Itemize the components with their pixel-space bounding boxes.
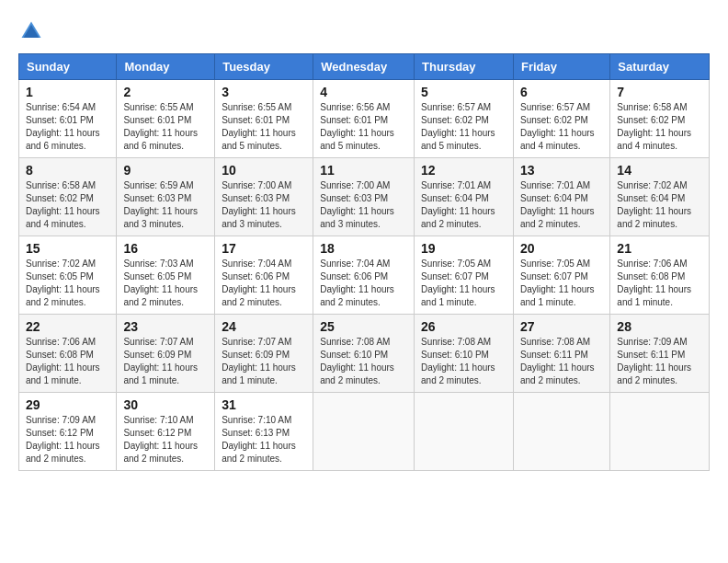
calendar-header: SundayMondayTuesdayWednesdayThursdayFrid… <box>19 54 710 80</box>
header-cell-wednesday: Wednesday <box>313 54 415 80</box>
day-cell: 5Sunrise: 6:57 AMSunset: 6:02 PMDaylight… <box>415 80 514 158</box>
day-info: Sunrise: 6:55 AMSunset: 6:01 PMDaylight:… <box>123 101 208 153</box>
day-cell: 18Sunrise: 7:04 AMSunset: 6:06 PMDayligh… <box>313 236 415 315</box>
day-info: Sunrise: 6:58 AMSunset: 6:02 PMDaylight:… <box>617 101 702 153</box>
day-cell: 4Sunrise: 6:56 AMSunset: 6:01 PMDaylight… <box>313 80 415 158</box>
week-row-4: 22Sunrise: 7:06 AMSunset: 6:08 PMDayligh… <box>19 315 710 393</box>
day-info: Sunrise: 6:57 AMSunset: 6:02 PMDaylight:… <box>421 101 506 153</box>
day-cell: 28Sunrise: 7:09 AMSunset: 6:11 PMDayligh… <box>610 315 710 393</box>
day-cell: 31Sunrise: 7:10 AMSunset: 6:13 PMDayligh… <box>215 393 313 471</box>
day-cell: 17Sunrise: 7:04 AMSunset: 6:06 PMDayligh… <box>215 236 313 315</box>
day-info: Sunrise: 6:56 AMSunset: 6:01 PMDaylight:… <box>320 101 407 153</box>
day-number: 24 <box>222 319 306 334</box>
day-cell: 7Sunrise: 6:58 AMSunset: 6:02 PMDaylight… <box>610 80 710 158</box>
day-number: 25 <box>320 319 407 334</box>
day-info: Sunrise: 7:06 AMSunset: 6:08 PMDaylight:… <box>617 258 702 309</box>
day-info: Sunrise: 7:00 AMSunset: 6:03 PMDaylight:… <box>320 179 407 231</box>
day-number: 16 <box>123 241 208 256</box>
day-info: Sunrise: 7:01 AMSunset: 6:04 PMDaylight:… <box>421 179 506 231</box>
day-cell: 1Sunrise: 6:54 AMSunset: 6:01 PMDaylight… <box>19 80 117 158</box>
day-info: Sunrise: 6:59 AMSunset: 6:03 PMDaylight:… <box>123 179 208 231</box>
day-number: 17 <box>222 241 306 256</box>
page-header <box>18 18 710 44</box>
day-cell: 2Sunrise: 6:55 AMSunset: 6:01 PMDaylight… <box>117 80 215 158</box>
day-number: 18 <box>320 241 407 256</box>
day-number: 31 <box>222 397 306 412</box>
day-cell: 16Sunrise: 7:03 AMSunset: 6:05 PMDayligh… <box>117 236 215 315</box>
header-cell-sunday: Sunday <box>19 54 117 80</box>
day-info: Sunrise: 7:08 AMSunset: 6:10 PMDaylight:… <box>421 336 506 387</box>
day-info: Sunrise: 7:09 AMSunset: 6:11 PMDaylight:… <box>617 336 702 387</box>
day-cell <box>313 393 415 471</box>
day-number: 4 <box>320 85 407 99</box>
day-number: 11 <box>320 163 407 178</box>
day-cell: 25Sunrise: 7:08 AMSunset: 6:10 PMDayligh… <box>313 315 415 393</box>
day-number: 10 <box>222 163 306 178</box>
day-cell: 6Sunrise: 6:57 AMSunset: 6:02 PMDaylight… <box>513 80 609 158</box>
day-info: Sunrise: 6:55 AMSunset: 6:01 PMDaylight:… <box>222 101 306 153</box>
day-cell: 22Sunrise: 7:06 AMSunset: 6:08 PMDayligh… <box>19 315 117 393</box>
day-info: Sunrise: 7:09 AMSunset: 6:12 PMDaylight:… <box>26 414 109 465</box>
day-number: 27 <box>520 319 603 334</box>
day-info: Sunrise: 7:06 AMSunset: 6:08 PMDaylight:… <box>26 336 109 387</box>
day-number: 12 <box>421 163 506 178</box>
day-info: Sunrise: 7:04 AMSunset: 6:06 PMDaylight:… <box>320 258 407 309</box>
header-cell-friday: Friday <box>513 54 609 80</box>
day-info: Sunrise: 7:02 AMSunset: 6:04 PMDaylight:… <box>617 179 702 231</box>
day-cell: 12Sunrise: 7:01 AMSunset: 6:04 PMDayligh… <box>415 158 514 236</box>
calendar-page: SundayMondayTuesdayWednesdayThursdayFrid… <box>18 18 710 471</box>
day-info: Sunrise: 7:10 AMSunset: 6:12 PMDaylight:… <box>123 414 208 465</box>
day-number: 22 <box>26 319 109 334</box>
day-info: Sunrise: 7:05 AMSunset: 6:07 PMDaylight:… <box>520 258 603 309</box>
day-number: 20 <box>520 241 603 256</box>
day-cell <box>610 393 710 471</box>
day-cell: 9Sunrise: 6:59 AMSunset: 6:03 PMDaylight… <box>117 158 215 236</box>
day-cell: 13Sunrise: 7:01 AMSunset: 6:04 PMDayligh… <box>513 158 609 236</box>
day-info: Sunrise: 7:00 AMSunset: 6:03 PMDaylight:… <box>222 179 306 231</box>
day-cell: 19Sunrise: 7:05 AMSunset: 6:07 PMDayligh… <box>415 236 514 315</box>
day-info: Sunrise: 7:02 AMSunset: 6:05 PMDaylight:… <box>26 258 109 309</box>
day-cell: 11Sunrise: 7:00 AMSunset: 6:03 PMDayligh… <box>313 158 415 236</box>
day-info: Sunrise: 7:10 AMSunset: 6:13 PMDaylight:… <box>222 414 306 465</box>
header-row: SundayMondayTuesdayWednesdayThursdayFrid… <box>19 54 710 80</box>
day-number: 30 <box>123 397 208 412</box>
day-cell: 21Sunrise: 7:06 AMSunset: 6:08 PMDayligh… <box>610 236 710 315</box>
day-cell <box>415 393 514 471</box>
day-cell: 3Sunrise: 6:55 AMSunset: 6:01 PMDaylight… <box>215 80 313 158</box>
day-number: 15 <box>26 241 109 256</box>
day-cell: 26Sunrise: 7:08 AMSunset: 6:10 PMDayligh… <box>415 315 514 393</box>
day-cell: 14Sunrise: 7:02 AMSunset: 6:04 PMDayligh… <box>610 158 710 236</box>
calendar-body: 1Sunrise: 6:54 AMSunset: 6:01 PMDaylight… <box>19 80 710 471</box>
day-info: Sunrise: 6:57 AMSunset: 6:02 PMDaylight:… <box>520 101 603 153</box>
day-info: Sunrise: 7:08 AMSunset: 6:11 PMDaylight:… <box>520 336 603 387</box>
logo <box>18 18 48 44</box>
day-info: Sunrise: 7:07 AMSunset: 6:09 PMDaylight:… <box>222 336 306 387</box>
day-number: 1 <box>26 85 109 99</box>
day-number: 5 <box>421 85 506 99</box>
day-number: 23 <box>123 319 208 334</box>
day-cell: 29Sunrise: 7:09 AMSunset: 6:12 PMDayligh… <box>19 393 117 471</box>
week-row-5: 29Sunrise: 7:09 AMSunset: 6:12 PMDayligh… <box>19 393 710 471</box>
day-info: Sunrise: 7:05 AMSunset: 6:07 PMDaylight:… <box>421 258 506 309</box>
day-number: 6 <box>520 85 603 99</box>
day-info: Sunrise: 7:07 AMSunset: 6:09 PMDaylight:… <box>123 336 208 387</box>
day-number: 13 <box>520 163 603 178</box>
day-number: 7 <box>617 85 702 99</box>
day-cell: 24Sunrise: 7:07 AMSunset: 6:09 PMDayligh… <box>215 315 313 393</box>
day-number: 19 <box>421 241 506 256</box>
header-cell-saturday: Saturday <box>610 54 710 80</box>
logo-icon <box>18 18 44 44</box>
week-row-2: 8Sunrise: 6:58 AMSunset: 6:02 PMDaylight… <box>19 158 710 236</box>
day-info: Sunrise: 7:01 AMSunset: 6:04 PMDaylight:… <box>520 179 603 231</box>
header-cell-thursday: Thursday <box>415 54 514 80</box>
day-number: 29 <box>26 397 109 412</box>
day-cell: 8Sunrise: 6:58 AMSunset: 6:02 PMDaylight… <box>19 158 117 236</box>
day-cell: 23Sunrise: 7:07 AMSunset: 6:09 PMDayligh… <box>117 315 215 393</box>
calendar-table: SundayMondayTuesdayWednesdayThursdayFrid… <box>18 53 710 471</box>
day-cell: 20Sunrise: 7:05 AMSunset: 6:07 PMDayligh… <box>513 236 609 315</box>
day-cell: 27Sunrise: 7:08 AMSunset: 6:11 PMDayligh… <box>513 315 609 393</box>
day-info: Sunrise: 7:03 AMSunset: 6:05 PMDaylight:… <box>123 258 208 309</box>
day-number: 26 <box>421 319 506 334</box>
week-row-1: 1Sunrise: 6:54 AMSunset: 6:01 PMDaylight… <box>19 80 710 158</box>
day-info: Sunrise: 6:54 AMSunset: 6:01 PMDaylight:… <box>26 101 109 153</box>
